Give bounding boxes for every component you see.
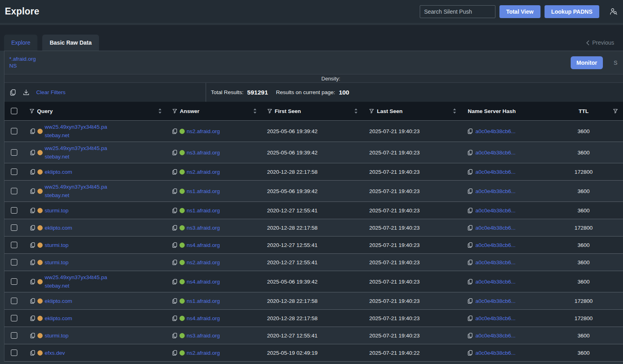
filter-icon[interactable] [267,109,272,113]
name-server-hash-link[interactable]: a0c0e4b38cb6... [475,242,516,248]
row-checkbox[interactable] [11,242,17,248]
answer-link[interactable]: ns1.afraid.org [187,298,220,304]
query-link[interactable]: eklipto.com [45,314,72,323]
query-link[interactable]: sturmi.top [45,331,68,340]
copy-icon[interactable] [30,259,35,265]
query-link[interactable]: ww25.49xyn37yx34t45.pastebay.net [45,123,110,140]
row-checkbox[interactable] [11,332,17,339]
answer-link[interactable]: ns1.afraid.org [187,208,220,214]
column-header-query[interactable]: Query [24,106,168,116]
row-checkbox[interactable] [11,128,17,134]
copy-icon[interactable] [30,169,35,175]
name-server-hash-link[interactable]: a0c0e4b38cb6... [475,208,516,214]
name-server-hash-link[interactable]: a0c0e4b38cb6... [475,169,516,175]
row-checkbox[interactable] [11,169,17,175]
copy-icon[interactable] [30,150,35,156]
row-checkbox[interactable] [11,278,17,285]
row-checkbox[interactable] [11,259,17,265]
copy-icon[interactable] [172,150,177,156]
query-link[interactable]: efxs.dev [45,349,65,357]
query-link[interactable]: sturmi.top [45,206,68,215]
record-type-link[interactable]: NS [9,63,36,69]
copy-icon[interactable] [172,315,177,321]
copy-icon[interactable] [468,225,473,231]
copy-icon[interactable] [468,298,473,304]
name-server-hash-link[interactable]: a0c0e4b38cb6... [475,333,516,339]
answer-link[interactable]: ns2.afraid.org [187,259,220,265]
tab-explore[interactable]: Explore [4,35,37,51]
query-link[interactable]: eklipto.com [45,168,72,176]
copy-icon[interactable] [468,279,473,285]
copy-icon[interactable] [468,188,473,194]
answer-link[interactable]: ns3.afraid.org [187,225,220,231]
query-link[interactable]: ww25.49xyn37yx34t45.pastebay.net [45,144,110,161]
name-server-hash-link[interactable]: a0c0e4b38cb6... [475,315,516,321]
copy-icon[interactable] [30,128,35,134]
name-server-hash-link[interactable]: a0c0e4b38cb6... [475,225,516,231]
filter-icon[interactable] [172,109,177,113]
name-server-hash-link[interactable]: a0c0e4b38cb6... [475,350,516,356]
row-checkbox[interactable] [11,188,17,194]
filter-icon[interactable] [613,109,618,113]
copy-icon[interactable] [30,350,35,356]
query-link[interactable]: eklipto.com [45,297,72,305]
name-server-hash-link[interactable]: a0c0e4b38cb6... [475,259,516,265]
copy-icon[interactable] [468,169,473,175]
copy-icon[interactable] [468,128,473,134]
copy-icon[interactable] [30,315,35,321]
clipped-action-label[interactable]: S [614,60,617,66]
filter-icon[interactable] [369,109,374,113]
copy-icon[interactable] [468,333,473,339]
name-server-hash-link[interactable]: a0c0e4b38cb6... [475,128,516,134]
searched-query-link[interactable]: *.afraid.org [9,56,36,62]
copy-icon[interactable] [172,242,177,248]
query-link[interactable]: ww25.49xyn37yx34t45.pastebay.net [45,273,110,290]
copy-icon[interactable] [172,350,177,356]
answer-link[interactable]: ns2.afraid.org [187,128,220,134]
row-checkbox[interactable] [11,207,17,214]
sort-icon[interactable] [354,108,358,114]
copy-icon[interactable] [30,242,35,248]
answer-link[interactable]: ns3.afraid.org [187,333,220,339]
query-link[interactable]: ww25.49xyn37yx34t45.pastebay.net [45,183,110,199]
copy-icon[interactable] [468,315,473,321]
copy-results-icon[interactable] [10,89,16,96]
select-all-checkbox[interactable] [11,108,17,114]
copy-icon[interactable] [172,259,177,265]
answer-link[interactable]: ns4.afraid.org [187,279,220,285]
answer-link[interactable]: ns4.afraid.org [187,242,220,248]
tab-basic-raw-data[interactable]: Basic Raw Data [42,35,99,51]
query-link[interactable]: sturmi.top [45,241,68,249]
clear-filters-button[interactable]: Clear Filters [36,89,66,95]
row-checkbox[interactable] [11,315,17,321]
answer-link[interactable]: ns3.afraid.org [187,150,220,156]
copy-icon[interactable] [30,188,35,194]
search-input[interactable] [420,5,495,18]
copy-icon[interactable] [30,225,35,231]
row-checkbox[interactable] [11,224,17,231]
lookup-padns-button[interactable]: Lookup PADNS [545,5,599,18]
column-header-first-seen[interactable]: First Seen [263,106,365,116]
filter-icon[interactable] [29,109,34,113]
copy-icon[interactable] [172,333,177,339]
copy-icon[interactable] [468,208,473,214]
answer-link[interactable]: ns1.afraid.org [187,188,220,194]
copy-icon[interactable] [172,188,177,194]
copy-icon[interactable] [172,128,177,134]
answer-link[interactable]: ns2.afraid.org [187,169,220,175]
copy-icon[interactable] [30,298,35,304]
column-header-extra[interactable] [608,107,623,115]
previous-button[interactable]: Previous [586,39,614,46]
copy-icon[interactable] [30,279,35,285]
column-header-answer[interactable]: Answer [168,106,263,116]
user-search-icon[interactable] [610,8,617,15]
monitor-button[interactable]: Monitor [571,56,602,69]
copy-icon[interactable] [172,169,177,175]
copy-icon[interactable] [30,208,35,214]
row-checkbox[interactable] [11,149,17,156]
copy-icon[interactable] [468,259,473,265]
sort-icon[interactable] [158,108,162,114]
name-server-hash-link[interactable]: a0c0e4b38cb6... [475,188,516,194]
row-checkbox[interactable] [11,350,17,356]
row-checkbox[interactable] [11,298,17,304]
